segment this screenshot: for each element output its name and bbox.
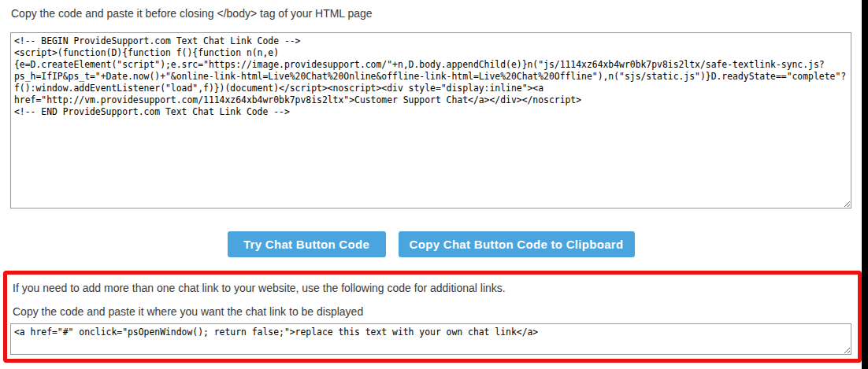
screen-edge-strip: [862, 0, 868, 369]
additional-chat-link-code-textarea[interactable]: <a href="#" onclick="psOpenWindow(); ret…: [10, 323, 851, 355]
chat-code-page: Copy the code and paste it before closin…: [0, 0, 868, 369]
additional-links-instruction-text: Copy the code and paste it where you wan…: [13, 304, 363, 319]
additional-links-highlight-section: If you need to add more than one chat li…: [3, 271, 862, 363]
try-chat-button-code-button[interactable]: Try Chat Button Code: [228, 231, 386, 257]
top-instruction-text: Copy the code and paste it before closin…: [11, 6, 373, 21]
action-buttons-row: Try Chat Button Code Copy Chat Button Co…: [0, 231, 862, 257]
additional-links-note-text: If you need to add more than one chat li…: [13, 281, 506, 296]
chat-link-code-textarea[interactable]: <!-- BEGIN ProvideSupport.com Text Chat …: [10, 32, 851, 208]
copy-chat-button-code-button[interactable]: Copy Chat Button Code to Clipboard: [399, 231, 635, 257]
